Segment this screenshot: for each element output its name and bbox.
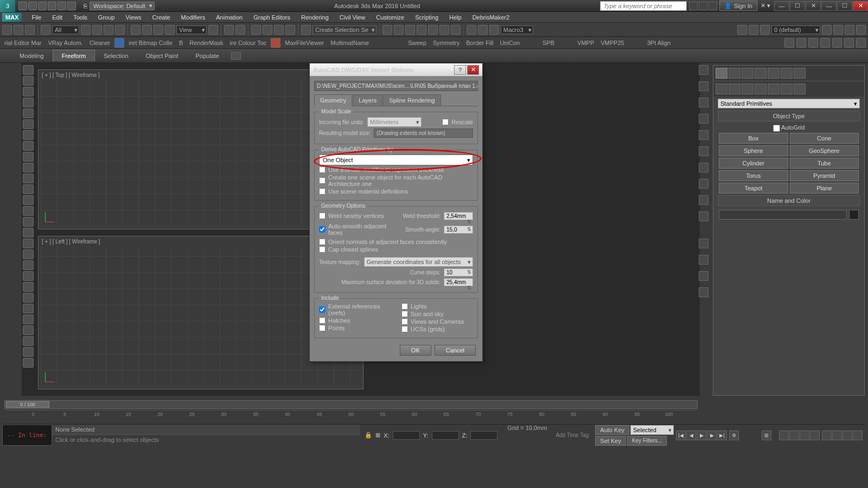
inner-maximize-button[interactable]: ☐: [790, 1, 805, 11]
viewport-left-label[interactable]: [ + ] [ Left ] [ Wireframe ]: [42, 239, 100, 245]
nav-orbit-icon[interactable]: [822, 431, 832, 440]
qat-redo-icon[interactable]: [58, 2, 66, 10]
macro-dropdown[interactable]: Macro3: [501, 25, 533, 34]
object-name-field[interactable]: [719, 210, 847, 220]
lt-icon[interactable]: [23, 108, 34, 118]
rt-icon[interactable]: [699, 255, 709, 265]
ribbon-object-paint[interactable]: Object Paint: [137, 50, 187, 61]
tool-material-icon[interactable]: [451, 25, 461, 35]
script-btn[interactable]: iret Bitmap Colle: [126, 40, 175, 46]
ribbon-populate[interactable]: Populate: [187, 50, 227, 61]
create-tube-button[interactable]: Tube: [790, 158, 859, 169]
time-config-icon[interactable]: ⚙: [729, 431, 739, 440]
script-btn[interactable]: VRay Autom.: [46, 40, 85, 46]
extra-script-icon[interactable]: [808, 38, 818, 48]
goto-end-icon[interactable]: ▶|: [717, 431, 727, 440]
include-views-checkbox[interactable]: Views and Cameras: [401, 318, 473, 325]
ok-button[interactable]: OK: [400, 345, 431, 356]
set-key-button[interactable]: Set Key: [595, 436, 626, 446]
menu-tools[interactable]: Tools: [68, 13, 93, 22]
lt-icon[interactable]: [23, 76, 34, 86]
rt-icon[interactable]: [699, 195, 709, 205]
menu-create[interactable]: Create: [147, 13, 176, 22]
close-button[interactable]: ✕: [853, 1, 868, 11]
script-btn[interactable]: rial Editor Mar: [2, 40, 43, 46]
extra-script-icon[interactable]: [796, 38, 806, 48]
name-color-rollout[interactable]: Name and Color: [718, 195, 860, 206]
menu-file[interactable]: File: [26, 13, 47, 22]
tool-spinner-snap-icon[interactable]: [285, 25, 295, 35]
create-geosphere-button[interactable]: GeoSphere: [790, 145, 859, 156]
rt-icon[interactable]: [699, 163, 709, 172]
texture-mapping-dropdown[interactable]: Generate coordinates for all objects: [364, 257, 473, 267]
create-tab-icon[interactable]: [716, 68, 727, 79]
qat-link-icon[interactable]: [67, 2, 76, 10]
tool-keymode-icon[interactable]: [235, 25, 245, 35]
layer-dropdown[interactable]: 0 (default): [771, 25, 820, 34]
derive-by-dropdown[interactable]: One Object: [319, 155, 473, 165]
script-btn[interactable]: RenderMask: [187, 40, 225, 46]
rt-icon[interactable]: [699, 146, 709, 156]
auto-key-button[interactable]: Auto Key: [595, 425, 629, 435]
tool-scene-explorer-icon[interactable]: [737, 25, 747, 35]
include-points-checkbox[interactable]: Points: [319, 325, 391, 331]
motion-tab-icon[interactable]: [755, 68, 767, 79]
lt-icon[interactable]: [23, 141, 34, 151]
qat-open-icon[interactable]: [28, 2, 37, 10]
tab-geometry[interactable]: Geometry: [314, 94, 352, 106]
tool-snap-icon[interactable]: [251, 25, 261, 35]
lt-icon[interactable]: [23, 217, 34, 227]
include-lights-checkbox[interactable]: Lights: [401, 303, 473, 310]
share-icon[interactable]: [709, 2, 717, 10]
menu-customize[interactable]: Customize: [371, 13, 410, 22]
curve-steps-spinner[interactable]: 10: [444, 268, 473, 277]
menu-modifiers[interactable]: Modifiers: [176, 13, 211, 22]
systems-cat-icon[interactable]: [794, 84, 806, 94]
rt-icon[interactable]: [699, 179, 709, 189]
tool-layers-icon[interactable]: [405, 25, 415, 35]
smooth-angle-spinner[interactable]: 15,0: [444, 226, 473, 234]
rb-icon[interactable]: [114, 38, 124, 48]
tool-schematic-icon[interactable]: [439, 25, 449, 35]
key-mode-toggle-icon[interactable]: ⊞: [762, 431, 771, 440]
named-selection-dropdown[interactable]: Create Selection Se: [312, 25, 376, 34]
application-menu-button[interactable]: MAX: [2, 13, 22, 22]
rt-icon[interactable]: [699, 81, 709, 91]
create-plane-button[interactable]: Plane: [790, 183, 859, 194]
script-btn[interactable]: UniCon: [497, 40, 522, 46]
tool-angle-snap-icon[interactable]: [263, 25, 272, 35]
include-xrefs-checkbox[interactable]: External references (xrefs): [319, 303, 391, 316]
next-frame-icon[interactable]: ▶: [707, 431, 717, 440]
rt-icon[interactable]: [699, 65, 709, 75]
exchange-icon[interactable]: ✕ ▾: [757, 2, 774, 9]
extra-script-icon[interactable]: [784, 38, 794, 48]
lt-icon[interactable]: [23, 65, 34, 75]
spacewarps-cat-icon[interactable]: [781, 84, 793, 94]
x-field[interactable]: [393, 431, 420, 440]
menu-graph-editors[interactable]: Graph Editors: [248, 13, 296, 22]
autosmooth-checkbox[interactable]: Auto-smooth adjacent faces: [319, 223, 402, 236]
key-filters-button[interactable]: Key Filters...: [627, 436, 667, 446]
tool-rendered-frame-icon[interactable]: [478, 25, 488, 35]
tool-curve-editor-icon[interactable]: [428, 25, 438, 35]
tool-mirror-icon[interactable]: [382, 25, 392, 35]
tool-extra1-icon[interactable]: [822, 25, 832, 35]
time-slider-thumb[interactable]: 0 / 100: [6, 401, 49, 408]
lt-icon[interactable]: [23, 282, 34, 292]
dialog-close-button[interactable]: ✕: [467, 65, 479, 75]
geometry-cat-icon[interactable]: [716, 84, 727, 94]
z-field[interactable]: [470, 431, 497, 440]
qat-new-icon[interactable]: [18, 2, 27, 10]
lt-icon[interactable]: [23, 314, 34, 324]
script-btn[interactable]: MaxFileViewer: [283, 40, 326, 46]
rt-icon[interactable]: [699, 271, 709, 281]
lt-icon[interactable]: [23, 249, 34, 259]
helpers-cat-icon[interactable]: [768, 84, 780, 94]
lt-icon[interactable]: [23, 98, 34, 107]
help-search-input[interactable]: [600, 1, 687, 11]
rt-icon[interactable]: [699, 98, 709, 107]
script-btn[interactable]: Sweep: [406, 40, 429, 46]
nav-pan-icon[interactable]: [779, 431, 789, 440]
create-pyramid-button[interactable]: Pyramid: [790, 170, 859, 181]
lt-icon[interactable]: [23, 206, 34, 216]
